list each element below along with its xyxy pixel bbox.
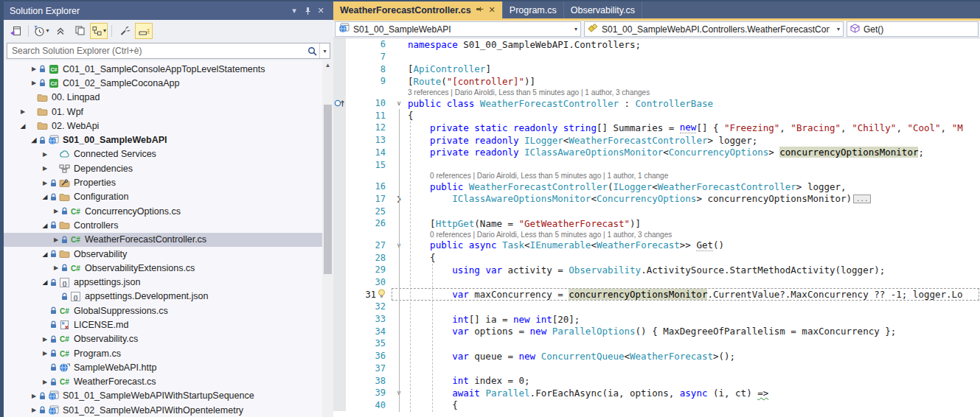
- code-line[interactable]: 27∨ public async Task<IEnumerable<Weathe…: [333, 239, 980, 252]
- glyph-margin[interactable]: [333, 88, 346, 97]
- code-text[interactable]: [406, 276, 408, 289]
- codelens-row[interactable]: 0 references | Dario Airoldi, Less than …: [333, 230, 980, 239]
- code-text[interactable]: [406, 301, 408, 313]
- tree-item[interactable]: ▶C#C01_01_SampleConsoleAppTopLevelStatem…: [4, 62, 322, 76]
- glyph-margin[interactable]: [333, 337, 346, 350]
- code-line[interactable]: 11{: [333, 109, 980, 122]
- lightbulb-icon[interactable]: [378, 289, 386, 301]
- preview-selected-items-icon[interactable]: [135, 23, 153, 39]
- type-dropdown[interactable]: S01_00_SampleWebAPI.Controllers.WeatherF…: [584, 21, 844, 37]
- expand-arrow-icon[interactable]: ▶: [51, 264, 61, 271]
- codelens-row[interactable]: 3 references | Dario Airoldi, Less than …: [333, 88, 980, 97]
- expand-arrow-icon[interactable]: ▶: [40, 379, 50, 385]
- code-line[interactable]: 7: [333, 51, 980, 63]
- tree-item[interactable]: ▶C#C01_02_SampleCoconaApp: [4, 76, 322, 90]
- glyph-margin[interactable]: [333, 387, 346, 399]
- tree-item[interactable]: ▶C#Program.cs: [4, 346, 322, 360]
- code-text[interactable]: namespace S01_00_SampleWebAPI.Controller…: [406, 38, 641, 51]
- expand-arrow-icon[interactable]: ▶: [40, 350, 50, 357]
- code-editor-surface[interactable]: 6namespace S01_00_SampleWebAPI.Controlle…: [333, 38, 980, 417]
- tree-item[interactable]: ◢Observability: [4, 247, 322, 261]
- close-icon[interactable]: ✕: [314, 5, 327, 17]
- code-line[interactable]: 39∨ await Parallel.ForEachAsync(ia, opti…: [333, 387, 980, 399]
- code-line[interactable]: 32: [333, 301, 980, 313]
- expand-arrow-icon[interactable]: ▶: [40, 180, 50, 186]
- tree-item[interactable]: ▶C#WeatherForecastController.cs: [4, 233, 322, 247]
- code-text[interactable]: using var activity = Observability.Activ…: [406, 264, 885, 276]
- glyph-margin[interactable]: [333, 264, 346, 276]
- tree-item[interactable]: ▶C#ObservabilityExtensions.cs: [4, 261, 322, 275]
- code-text[interactable]: var maxConcurrency = concurrencyOptionsM…: [406, 288, 963, 301]
- inheritance-glyph-icon[interactable]: [333, 97, 346, 110]
- glyph-margin[interactable]: [333, 288, 346, 301]
- solutions-and-folders-icon[interactable]: ▾: [90, 23, 108, 39]
- code-text[interactable]: int index = 0;: [406, 374, 530, 387]
- search-icon[interactable]: [305, 46, 319, 56]
- code-text[interactable]: {: [406, 109, 414, 122]
- code-text[interactable]: await Parallel.ForEachAsync(ia, options,…: [406, 387, 768, 399]
- code-line[interactable]: 10∨public class WeatherForecastControlle…: [333, 97, 980, 110]
- tree-item[interactable]: ▶Properties: [4, 175, 322, 189]
- glyph-margin[interactable]: [333, 230, 346, 239]
- code-line[interactable]: 9[Route("[controller]")]: [333, 75, 980, 88]
- code-line[interactable]: 25: [333, 205, 980, 217]
- expand-arrow-icon[interactable]: ▶: [29, 393, 39, 399]
- tab-program-cs[interactable]: Program.cs: [503, 1, 564, 18]
- glyph-margin[interactable]: [333, 171, 346, 181]
- code-text[interactable]: [Route("[controller]")]: [406, 75, 535, 88]
- pin-icon[interactable]: [476, 5, 484, 15]
- tree-item[interactable]: SampleWebAPI.http: [4, 360, 322, 374]
- glyph-margin[interactable]: [333, 362, 346, 375]
- codelens-text[interactable]: 0 references | Dario Airoldi, Less than …: [406, 171, 668, 181]
- expand-arrow-icon[interactable]: ▶: [51, 236, 61, 243]
- expand-arrow-icon[interactable]: ▶: [29, 80, 39, 86]
- code-text[interactable]: private readonly IClassAwareOptionsMonit…: [406, 147, 924, 159]
- expand-arrow-icon[interactable]: ▶: [40, 151, 50, 158]
- tree-item[interactable]: ▶S01_02_SampleWebAPIWithOpentelemetry: [4, 403, 322, 417]
- tree-item[interactable]: ▶C#ConcurrencyOptions.cs: [4, 204, 322, 218]
- sync-with-active-document-icon[interactable]: [7, 23, 24, 39]
- code-line[interactable]: 28 {: [333, 251, 980, 264]
- outline-toggle-icon[interactable]: ❯: [392, 193, 406, 206]
- expand-arrow-icon[interactable]: ▶: [29, 66, 39, 72]
- glyph-margin[interactable]: [333, 134, 346, 147]
- code-line[interactable]: 31 var maxConcurrency = concurrencyOptio…: [333, 288, 980, 301]
- code-line[interactable]: 26 [HttpGet(Name = "GetWeatherForecast")…: [333, 217, 980, 230]
- expand-arrow-icon[interactable]: ▶: [40, 336, 50, 343]
- project-dropdown[interactable]: S01_00_SampleWebAPI ▾: [335, 21, 581, 37]
- code-line[interactable]: 33 int[] ia = new int[20];: [333, 313, 980, 326]
- pending-changes-filter-icon[interactable]: T▾: [32, 23, 50, 39]
- code-line[interactable]: 8[ApiController]: [333, 63, 980, 75]
- expand-arrow-icon[interactable]: ▶: [51, 208, 61, 214]
- tree-item[interactable]: 00. Linqpad: [4, 91, 322, 105]
- tree-item[interactable]: ▶Dependencies: [4, 161, 322, 175]
- code-text[interactable]: IClassAwareOptionsMonitor<ConcurrencyOpt…: [406, 193, 871, 206]
- code-text[interactable]: [HttpGet(Name = "GetWeatherForecast")]: [406, 217, 641, 230]
- collapse-arrow-icon[interactable]: ◢: [40, 250, 50, 258]
- code-text[interactable]: [406, 51, 408, 63]
- code-line[interactable]: 6namespace S01_00_SampleWebAPI.Controlle…: [333, 38, 980, 51]
- search-input[interactable]: [7, 46, 305, 56]
- glyph-margin[interactable]: [333, 399, 346, 412]
- glyph-margin[interactable]: [333, 109, 346, 122]
- code-text[interactable]: private static readonly string[] Summari…: [406, 122, 963, 134]
- code-text[interactable]: {: [406, 399, 458, 412]
- glyph-margin[interactable]: [333, 147, 346, 159]
- codelens-text[interactable]: 3 references | Dario Airoldi, Less than …: [406, 88, 650, 97]
- glyph-margin[interactable]: [333, 239, 346, 252]
- codelens-row[interactable]: 0 references | Dario Airoldi, Less than …: [333, 171, 980, 181]
- glyph-margin[interactable]: [333, 205, 346, 217]
- glyph-margin[interactable]: [333, 51, 346, 63]
- code-text[interactable]: public class WeatherForecastController :…: [406, 97, 713, 110]
- tree-item[interactable]: LICENSE.md: [4, 318, 322, 332]
- scrollbar-thumb[interactable]: [324, 105, 332, 274]
- code-text[interactable]: int[] ia = new int[20];: [406, 313, 580, 326]
- outline-toggle-icon[interactable]: ∨: [392, 387, 406, 399]
- glyph-margin[interactable]: [333, 193, 346, 206]
- tree-item[interactable]: ▶S01_01_SampleWebAPIWithStartupSequence: [4, 389, 322, 403]
- code-line[interactable]: 40 {: [333, 399, 980, 412]
- code-text[interactable]: {: [406, 251, 436, 264]
- tree-item[interactable]: ◢02. WebApi: [4, 119, 322, 133]
- collapse-arrow-icon[interactable]: ◢: [18, 122, 28, 130]
- properties-icon[interactable]: [116, 23, 133, 39]
